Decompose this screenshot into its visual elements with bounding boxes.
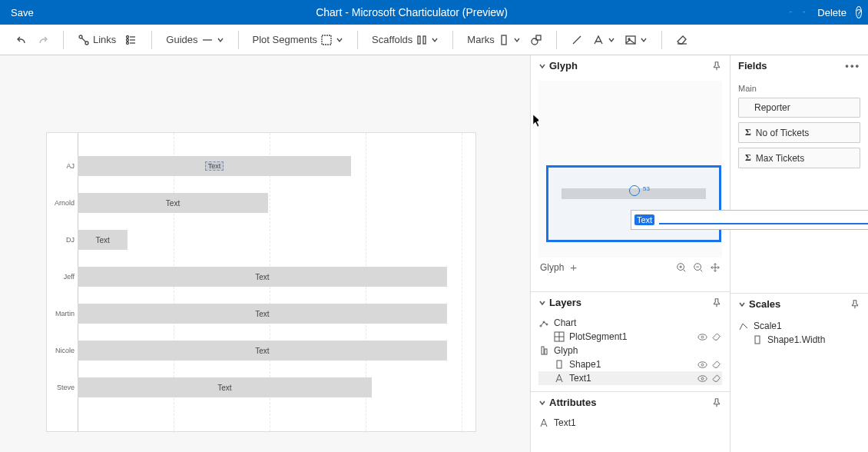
scale-label: Scale1 [754,321,782,331]
guides-label: Guides [166,34,197,45]
field-max-tickets[interactable]: Σ Max Tickets [738,148,860,168]
links-label: Links [93,34,116,45]
layer-text[interactable]: Text1 [538,371,722,385]
bar[interactable]: Text [78,193,268,213]
scale-subitem[interactable]: Shape1.Width [738,333,860,347]
layer-plotsegment[interactable]: PlotSegment1 [538,330,722,344]
pin-icon[interactable] [711,297,722,308]
bar[interactable]: Text [78,267,447,287]
chevron-down-icon[interactable] [538,399,546,407]
chevron-down-icon[interactable] [538,62,546,70]
plot-segments-label: Plot Segments [253,34,318,45]
eye-icon[interactable] [697,374,707,384]
bar-row[interactable]: NicoleText [78,341,447,361]
text-input-underline [659,223,868,224]
save-button[interactable]: Save [6,7,34,18]
glyph-panel: Glyph 53 Text ✓ [531,55,730,292]
field-reporter[interactable]: Reporter [738,98,860,118]
bar-row[interactable]: AJText [78,156,351,176]
undo-icon [15,34,28,46]
svg-point-58 [698,375,707,381]
help-button[interactable]: ? [856,6,862,18]
svg-rect-54 [557,361,562,368]
text-icon [592,34,605,46]
layer-chart[interactable]: Chart [538,316,722,330]
bar-row[interactable]: MartinText [78,304,447,324]
pin-icon[interactable] [711,61,722,71]
undo-button[interactable] [12,32,31,48]
text-value-chip[interactable]: Text [634,214,654,225]
attribute-item[interactable]: Text1 [538,417,722,428]
glyph-tab[interactable]: Glyph [540,262,564,273]
scaffolds-button[interactable]: Scaffolds [369,32,442,48]
field-label: No of Tickets [756,128,809,138]
bar-row[interactable]: SteveText [78,377,372,397]
layer-glyph[interactable]: Glyph [538,344,722,357]
svg-point-15 [127,38,129,41]
bar[interactable]: Text [78,230,128,250]
erase-layer-icon[interactable] [712,374,722,384]
symbol-icon [530,34,542,46]
chevron-down-icon[interactable] [538,299,546,307]
icon-mark-button[interactable] [621,32,651,48]
zoom-out-icon[interactable] [693,262,704,273]
attribute-label: Text1 [554,417,576,428]
bar-text-placeholder[interactable]: Text [205,161,224,171]
eye-icon[interactable] [697,332,707,342]
erase-layer-icon[interactable] [712,332,722,342]
chart-canvas[interactable]: AJTextArnoldTextDJTextJeffTextMartinText… [0,55,530,452]
layer-label: Text1 [569,373,591,384]
glyph-editor[interactable]: 53 Text ✓ Glyph + [531,76,730,291]
more-icon[interactable]: ••• [845,60,860,71]
glyph-text-input[interactable]: Text ✓ [631,210,868,230]
window-title: Chart - Microsoft Charticulator (Preview… [34,6,790,18]
eye-icon[interactable] [697,360,707,370]
legend-button[interactable] [122,32,141,48]
chevron-down-icon [513,36,521,44]
text-mark-button[interactable] [589,32,618,48]
erase-layer-icon[interactable] [712,360,722,370]
chevron-down-icon[interactable] [738,301,746,308]
arrow-collapse-left-icon[interactable] [790,11,793,13]
line-mark-button[interactable] [568,32,586,48]
text-a-icon [538,417,549,428]
plot-segments-button[interactable]: Plot Segments [250,32,347,48]
fields-panel-title: Fields [738,60,767,71]
bar[interactable]: Text [78,377,372,397]
marks-button[interactable]: Marks [464,32,523,48]
delete-button[interactable]: Delete [814,7,846,18]
scale-item[interactable]: Scale1 [738,319,860,333]
scales-panel: Scales Scale1 Shape1.Width [731,294,868,351]
sigma-icon: Σ [745,127,751,138]
field-label: Max Tickets [756,153,804,164]
add-glyph-button[interactable]: + [570,261,577,274]
bar-row[interactable]: JeffText [78,267,447,287]
pin-icon[interactable] [850,299,860,310]
layers-panel: Layers Chart PlotSegment1 Glyph [531,292,730,392]
erase-button[interactable] [673,32,691,48]
field-no-of-tickets[interactable]: Σ No of Tickets [738,122,860,143]
bar[interactable]: Text [78,304,447,324]
svg-point-13 [127,35,129,38]
bar-row[interactable]: DJText [78,230,128,250]
pin-icon[interactable] [711,397,722,408]
columns-icon [416,34,428,46]
bar[interactable]: Text [78,341,447,361]
pan-icon[interactable] [710,262,721,273]
guides-button[interactable]: Guides [163,32,227,48]
arrow-expand-right-icon[interactable] [802,11,805,13]
fields-table-label: Main [738,84,860,93]
redo-button[interactable] [34,32,52,48]
svg-rect-63 [755,336,760,344]
zoom-in-icon[interactable] [676,262,687,273]
links-button[interactable]: Links [75,32,119,48]
field-label: Reporter [745,102,790,113]
bar-row[interactable]: ArnoldText [78,193,268,213]
svg-rect-52 [542,347,544,354]
symbol-mark-button[interactable] [527,32,545,48]
layer-shape[interactable]: Shape1 [538,357,722,371]
category-label: AJ [51,162,75,170]
selection-highlight [546,165,721,242]
data-drop-icon[interactable] [629,185,640,196]
bar[interactable]: Text [78,156,351,176]
